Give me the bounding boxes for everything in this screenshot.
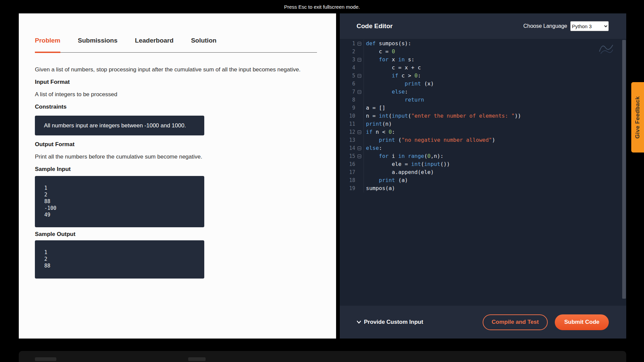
editor-header: Code Editor Choose Language Python 3 [340, 13, 626, 39]
fold-gutter [355, 136, 364, 144]
chevron-down-icon [357, 320, 361, 324]
output-format-heading: Output Format [35, 141, 336, 148]
code-text: a.append(ele) [364, 168, 434, 176]
fold-gutter [355, 168, 364, 176]
fold-collapse-icon[interactable] [358, 90, 361, 94]
fold-collapse-icon[interactable] [358, 42, 361, 46]
constraints-heading: Constraints [35, 103, 336, 110]
fold-gutter [355, 80, 364, 88]
code-text: for x in s: [364, 56, 415, 64]
code-editor[interactable]: 1def sumpos(s):2 c = 03 for x in s:4 c =… [340, 39, 626, 306]
line-number: 15 [340, 152, 355, 160]
fold-gutter [355, 96, 364, 104]
code-text: if n < 0: [364, 128, 395, 136]
line-number: 13 [340, 136, 355, 144]
fold-gutter [355, 144, 364, 152]
fold-gutter [355, 48, 364, 56]
give-feedback-tab[interactable]: Give Feedback [631, 82, 644, 153]
provide-custom-input-toggle[interactable]: Provide Custom Input [357, 319, 423, 325]
give-feedback-label: Give Feedback [634, 96, 641, 139]
code-line: 11print(n) [340, 120, 626, 128]
sample-input-box: 1 2 88 -100 49 [35, 176, 204, 227]
code-line: 2 c = 0 [340, 48, 626, 56]
fold-collapse-icon[interactable] [358, 130, 361, 134]
fold-gutter [355, 40, 364, 48]
tab-submissions[interactable]: Submissions [78, 37, 117, 52]
code-line: 5 if c > 0: [340, 72, 626, 80]
fold-gutter [355, 64, 364, 72]
fold-collapse-icon[interactable] [358, 58, 361, 62]
code-line: 16 ele = int(input()) [340, 160, 626, 168]
fold-gutter [355, 160, 364, 168]
bottom-panel [19, 351, 626, 362]
code-line: 19sumpos(a) [340, 184, 626, 192]
sample-input-heading: Sample Input [35, 166, 336, 173]
code-text: print (x) [364, 80, 434, 88]
line-number: 14 [340, 144, 355, 152]
tab-solution[interactable]: Solution [191, 37, 216, 52]
line-number: 10 [340, 112, 355, 120]
editor-scrollbar[interactable] [622, 39, 626, 306]
line-number: 19 [340, 184, 355, 192]
code-text: else: [364, 144, 382, 152]
code-text: c = x + c [364, 64, 421, 72]
problem-description: Given a list of numbers, stop processing… [35, 66, 323, 73]
fold-collapse-icon[interactable] [358, 74, 361, 78]
line-number: 16 [340, 160, 355, 168]
scrollbar-thumb[interactable] [622, 40, 626, 299]
tab-leaderboard[interactable]: Leaderboard [135, 37, 173, 52]
fullscreen-notice-text: Press Esc to exit fullscreen mode. [284, 4, 360, 10]
sample-output-values: 1 2 88 [44, 249, 204, 269]
code-line: 4 c = x + c [340, 64, 626, 72]
code-text: def sumpos(s): [364, 40, 411, 48]
fold-gutter [355, 184, 364, 192]
code-line: 3 for x in s: [340, 56, 626, 64]
code-text: print (a) [364, 176, 408, 184]
line-number: 9 [340, 104, 355, 112]
line-number: 8 [340, 96, 355, 104]
bottom-panel-placeholder [35, 357, 56, 361]
fold-collapse-icon[interactable] [358, 155, 361, 158]
provide-custom-input-label: Provide Custom Input [364, 319, 423, 325]
line-number: 6 [340, 80, 355, 88]
code-line: 12if n < 0: [340, 128, 626, 136]
fold-gutter [355, 56, 364, 64]
problem-panel: ProblemSubmissionsLeaderboardSolution Gi… [19, 13, 336, 339]
tab-problem[interactable]: Problem [35, 37, 60, 52]
fold-gutter [355, 176, 364, 184]
fold-gutter [355, 120, 364, 128]
code-text: print(n) [364, 120, 392, 128]
fold-gutter [355, 112, 364, 120]
fold-collapse-icon[interactable] [358, 146, 361, 150]
line-number: 2 [340, 48, 355, 56]
line-number: 3 [340, 56, 355, 64]
editor-actions: Compile and Test Submit Code [483, 314, 609, 330]
code-text: sumpos(a) [364, 184, 395, 192]
code-text: n = int(input("enter the number of eleme… [364, 112, 521, 120]
code-text: for i in range(0,n): [364, 152, 443, 160]
submit-code-button[interactable]: Submit Code [555, 314, 609, 330]
code-text: else: [364, 88, 408, 96]
editor-footer: Provide Custom Input Compile and Test Su… [340, 306, 626, 339]
language-select[interactable]: Python 3 [570, 21, 609, 31]
line-number: 12 [340, 128, 355, 136]
code-text: print ("no negative number allowed") [364, 136, 495, 144]
compile-and-test-button[interactable]: Compile and Test [483, 314, 548, 330]
line-number: 4 [340, 64, 355, 72]
code-lines: 1def sumpos(s):2 c = 03 for x in s:4 c =… [340, 40, 626, 192]
line-number: 18 [340, 176, 355, 184]
fold-gutter [355, 152, 364, 160]
input-format-text: A list of integers to be processed [35, 91, 336, 98]
editor-title: Code Editor [357, 22, 393, 30]
code-line: 17 a.append(ele) [340, 168, 626, 176]
code-text: a = [] [364, 104, 385, 112]
fold-gutter [355, 72, 364, 80]
code-text: c = 0 [364, 48, 395, 56]
code-line: 15 for i in range(0,n): [340, 152, 626, 160]
line-number: 7 [340, 88, 355, 96]
code-line: 9a = [] [340, 104, 626, 112]
line-number: 17 [340, 168, 355, 176]
code-line: 1def sumpos(s): [340, 40, 626, 48]
language-chooser: Choose Language Python 3 [523, 21, 609, 31]
fold-gutter [355, 104, 364, 112]
